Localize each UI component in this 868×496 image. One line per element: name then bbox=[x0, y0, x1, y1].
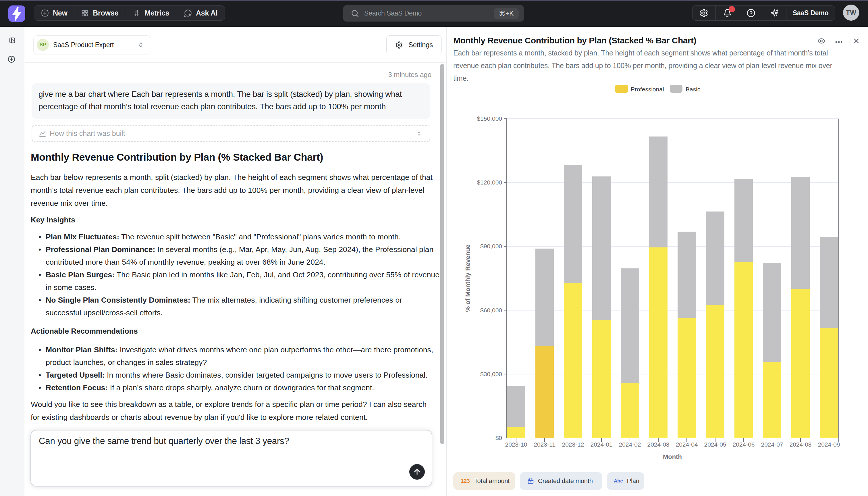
svg-text:2024-06: 2024-06 bbox=[733, 441, 755, 448]
svg-text:$120,000: $120,000 bbox=[477, 179, 502, 186]
svg-text:2024-05: 2024-05 bbox=[704, 441, 726, 448]
svg-text:% of Monthly Revenue: % of Monthly Revenue bbox=[464, 245, 471, 312]
svg-text:2024-07: 2024-07 bbox=[761, 441, 783, 448]
svg-text:Professional: Professional bbox=[631, 86, 664, 93]
svg-text:$60,000: $60,000 bbox=[480, 307, 502, 313]
svg-text:$150,000: $150,000 bbox=[477, 115, 502, 122]
svg-text:2024-01: 2024-01 bbox=[590, 441, 612, 448]
svg-text:Basic: Basic bbox=[686, 86, 700, 93]
svg-text:2024-03: 2024-03 bbox=[647, 441, 669, 448]
svg-text:2023-12: 2023-12 bbox=[562, 441, 584, 448]
svg-text:$0: $0 bbox=[496, 434, 502, 441]
svg-text:$30,000: $30,000 bbox=[480, 371, 502, 377]
svg-text:2023-10: 2023-10 bbox=[505, 441, 527, 448]
svg-text:2024-02: 2024-02 bbox=[619, 441, 641, 448]
svg-text:$90,000: $90,000 bbox=[480, 243, 502, 249]
svg-text:2024-08: 2024-08 bbox=[789, 441, 811, 448]
svg-text:Month: Month bbox=[663, 453, 682, 460]
svg-text:2023-11: 2023-11 bbox=[534, 441, 556, 448]
svg-text:2024-04: 2024-04 bbox=[676, 441, 698, 448]
svg-text:2024-09: 2024-09 bbox=[818, 441, 840, 448]
